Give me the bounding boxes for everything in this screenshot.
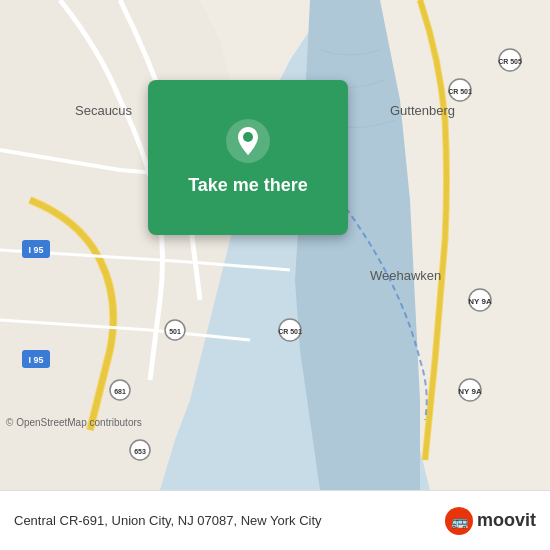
moovit-text: moovit <box>477 510 536 531</box>
svg-text:CR 501: CR 501 <box>448 88 472 95</box>
svg-text:Secaucus: Secaucus <box>75 103 133 118</box>
address-text: Central CR-691, Union City, NJ 07087, Ne… <box>14 513 322 528</box>
moovit-icon: 🚌 <box>445 507 473 535</box>
svg-text:NY 9A: NY 9A <box>468 297 492 306</box>
svg-text:🚌: 🚌 <box>450 513 468 530</box>
address-section: Central CR-691, Union City, NJ 07087, Ne… <box>14 513 322 528</box>
svg-text:CR 501: CR 501 <box>278 328 302 335</box>
bottom-bar: Central CR-691, Union City, NJ 07087, Ne… <box>0 490 550 550</box>
svg-text:501: 501 <box>169 328 181 335</box>
svg-text:Weehawken: Weehawken <box>370 268 441 283</box>
svg-text:CR 505: CR 505 <box>498 58 522 65</box>
copyright-text: © OpenStreetMap contributors <box>6 417 142 428</box>
svg-text:681: 681 <box>114 388 126 395</box>
svg-text:NY 9A: NY 9A <box>458 387 482 396</box>
svg-text:I 95: I 95 <box>28 245 43 255</box>
map-container: I 95 I 95 501 681 653 CR 501 CR 505 NY 9… <box>0 0 550 490</box>
take-me-there-card[interactable]: Take me there <box>148 80 348 235</box>
svg-text:I 95: I 95 <box>28 355 43 365</box>
take-me-there-button[interactable]: Take me there <box>188 175 308 196</box>
svg-point-29 <box>243 132 253 142</box>
svg-text:Guttenberg: Guttenberg <box>390 103 455 118</box>
moovit-logo: 🚌 moovit <box>445 507 536 535</box>
map-pin-icon <box>226 119 270 163</box>
svg-text:653: 653 <box>134 448 146 455</box>
